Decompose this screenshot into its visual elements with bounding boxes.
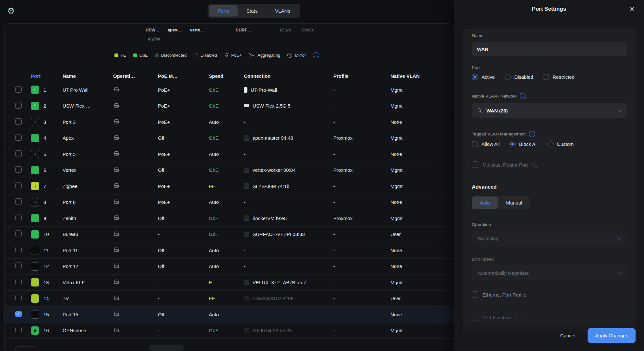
port-name-input[interactable] [472,42,627,56]
row-checkbox[interactable] [15,327,22,333]
tab-stats[interactable]: Stats [238,5,266,17]
table-row[interactable]: 3 Port 3 PoE+ Auto [5,114,454,130]
operation-cell [113,183,158,189]
port-number: 1 [43,87,46,93]
table-row[interactable]: 4 Apex Off GbE [5,130,454,146]
port-number: 3 [43,119,46,125]
column-header[interactable]: Native VLAN [390,73,454,79]
poe-power-readout: 4.97W [148,37,160,41]
tagged-vlan-radio[interactable]: Block All [509,141,538,147]
column-header[interactable]: Profile [333,73,390,79]
row-checkbox[interactable] [15,295,22,301]
speed: Auto [209,312,244,317]
ethernet-profile-checkbox[interactable] [472,291,478,298]
speed: E [209,280,244,285]
row-checkbox[interactable] [15,311,22,317]
row-checkbox[interactable] [15,215,22,221]
table-row[interactable]: 5 Port 5 PoE+ Auto [5,146,454,162]
radio-icon [505,74,511,80]
table-row[interactable]: 14 TV - FE LGwe [5,291,454,307]
port-isolation-info-icon[interactable]: i [515,314,521,321]
row-checkbox[interactable] [15,263,22,269]
connection-cell: - [244,199,333,205]
native-vlan: Mgmt [390,103,454,109]
port-status-icon [31,134,39,142]
row-checkbox[interactable] [15,247,22,253]
legend-info-icon[interactable]: i [313,52,319,58]
port-status-icon [31,310,39,319]
row-checkbox[interactable] [15,118,22,125]
row-checkbox[interactable] [15,150,22,157]
column-header[interactable]: Speed [209,73,244,79]
tab-ports[interactable]: Ports [209,5,238,17]
connection-name: - [244,263,245,269]
tab-vlans[interactable]: VLANs [266,5,299,17]
port-isolation-checkbox[interactable] [472,314,478,321]
column-header[interactable]: Name [63,73,113,79]
operation-cell [113,247,158,253]
table-row[interactable]: 11 Port 11 Off Auto [5,242,454,259]
connection-name: VELUX_KLF_AB7B ab:7 [253,280,306,285]
cancel-button[interactable]: Cancel [560,333,576,338]
port-number: 13 [43,280,49,285]
port-state-radio[interactable]: Restricted [543,74,575,80]
table-row[interactable]: 13 Velux KLF - E [5,275,454,291]
column-header[interactable]: Port [31,73,63,79]
native-vlan-label: Native VLAN / Network i [472,93,627,99]
tagged-vlan-radio[interactable]: Allow All [472,141,500,147]
native-vlan: Mgmt [390,183,454,189]
row-checkbox[interactable] [15,182,22,189]
row-checkbox[interactable] [15,134,22,141]
table-row[interactable]: 6 Vertex Off GbE [5,162,454,179]
table-row[interactable]: 7 Zigbee PoE+ FE [5,178,454,194]
row-checkbox[interactable] [15,102,22,109]
table-row[interactable]: 16 OPNsense - GbE [5,323,454,339]
mode-segment[interactable]: Auto [472,196,498,209]
row-checkbox-cell [15,247,31,254]
row-checkbox[interactable] [15,198,22,205]
column-header[interactable]: PoE M… [158,73,209,79]
port-name: OPNsense [63,328,113,333]
native-vlan-info-icon[interactable]: i [520,93,526,99]
table-row[interactable]: 10 Bureau - GbE [5,227,454,243]
row-checkbox[interactable] [15,279,22,285]
table-row[interactable]: 1 U7 Pro Wall PoE+ GbE [5,82,454,98]
table-row[interactable]: 12 Port 12 Off Auto [5,259,454,275]
multicast-checkbox[interactable] [472,161,478,168]
table-row[interactable]: 2 USW Flex … PoE+ GbE [5,98,454,114]
operation-select[interactable]: Switching [472,231,627,246]
poe-mode: - [158,328,209,333]
table-row[interactable]: 8 Port 8 PoE+ Auto [5,194,454,211]
link-speed-select[interactable]: Automatically Negotiate [472,265,627,280]
port-state-radio[interactable]: Disabled [505,74,533,80]
table-row[interactable]: 15 Port 15 Off Auto [5,307,454,323]
column-header[interactable]: Operati… [113,73,158,79]
table-footer-pager[interactable] [15,346,37,351]
tagged-vlan-radio[interactable]: Custom [547,141,574,147]
row-checkbox-cell [15,263,31,270]
table-footer-button[interactable] [149,345,184,351]
row-checkbox-cell [15,215,31,222]
connection-cell: - [244,263,333,269]
apply-changes-button[interactable]: Apply Changes [588,328,636,343]
port-number: 2 [43,103,46,109]
multicast-info-icon[interactable]: i [532,162,538,168]
row-checkbox[interactable] [15,166,22,173]
row-checkbox[interactable] [15,86,22,93]
connection-cell: apex-master 94:48 [244,135,333,141]
settings-gear-icon[interactable]: ⚙ [5,5,17,17]
port-state-radio[interactable]: Active [472,74,495,80]
table-row[interactable]: 9 Zenith Off GbE [5,210,454,227]
mode-segment[interactable]: Manual [498,196,530,209]
connection-cell: LGwebOSTV ef:08 [244,296,333,301]
native-vlan: Mgmt [390,167,454,173]
close-icon[interactable]: × [626,3,638,14]
native-vlan-select[interactable]: WAN (20) [472,103,627,118]
port-name: Velux KLF [63,280,113,285]
tagged-vlan-info-icon[interactable]: i [529,131,535,137]
column-header[interactable]: Connection [244,73,333,79]
row-checkbox[interactable] [15,230,22,237]
port-name: Zenith [63,216,113,221]
switching-icon [113,103,120,108]
switching-icon [113,183,120,188]
